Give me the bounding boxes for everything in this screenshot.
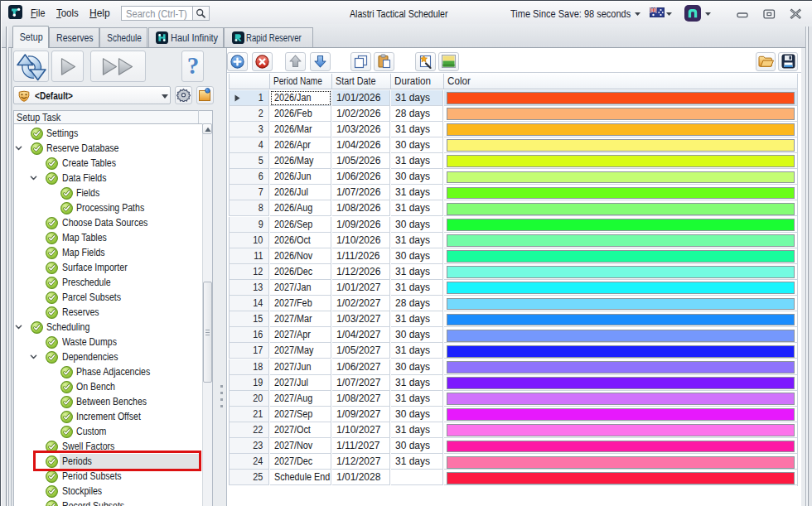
svg-text:?: ? bbox=[187, 53, 200, 79]
